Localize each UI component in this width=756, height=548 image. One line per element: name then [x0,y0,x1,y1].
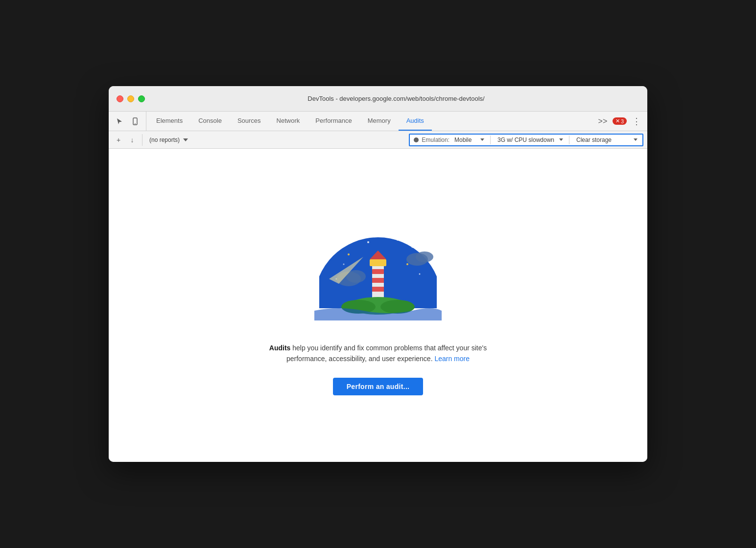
svg-point-10 [343,263,345,265]
svg-rect-23 [372,278,384,283]
close-button[interactable] [117,95,123,102]
svg-point-6 [367,241,369,243]
learn-more-link[interactable]: Learn more [434,355,470,363]
content-area: Audits help you identify and fix common … [109,149,647,462]
throttling-select[interactable]: 3G w/ CPU slowdown No throttling Applied… [496,136,564,144]
toolbar-row: + ↓ (no reports) Emulation: Mobile Deskt… [109,131,647,149]
add-report-btn[interactable]: + [113,134,124,146]
svg-rect-22 [372,269,384,274]
nav-right: >> ✕ 3 ⋮ [592,112,643,131]
svg-point-4 [338,244,340,246]
svg-point-7 [397,239,399,241]
maximize-button[interactable] [138,95,145,102]
svg-point-9 [421,236,423,238]
svg-point-19 [416,251,433,262]
cursor-icon-btn[interactable] [113,114,126,128]
error-badge[interactable]: ✕ 3 [613,117,627,125]
reports-select[interactable]: (no reports) [146,136,190,144]
mobile-icon-btn[interactable] [128,114,142,128]
svg-rect-25 [370,259,386,266]
minimize-button[interactable] [127,95,134,102]
tab-memory[interactable]: Memory [360,112,399,131]
tab-console[interactable]: Console [190,112,230,131]
title-bar: DevTools - developers.google.com/web/too… [109,86,647,112]
svg-point-15 [348,253,350,255]
perform-audit-button[interactable]: Perform an audit... [333,378,424,395]
toolbar-left: + ↓ [113,134,142,146]
tab-performance[interactable]: Performance [307,112,359,131]
tab-elements[interactable]: Elements [148,112,190,131]
divider-1 [490,136,491,144]
svg-rect-1 [135,123,136,124]
devtools-menu-btn[interactable]: ⋮ [630,114,643,128]
traffic-lights [117,95,145,102]
svg-point-5 [353,236,354,238]
tab-sources[interactable]: Sources [230,112,269,131]
emulation-toolbar: Emulation: Mobile Desktop 3G w/ CPU slow… [409,134,643,146]
devtools-nav: Elements Console Sources Network Perform… [109,112,647,131]
divider-2 [569,136,569,144]
nav-tabs: Elements Console Sources Network Perform… [148,112,592,131]
svg-point-8 [412,246,413,248]
record-icon [414,137,419,142]
tab-network[interactable]: Network [269,112,308,131]
clear-storage-select[interactable]: Clear storage Do not clear storage [574,136,638,144]
more-tabs-btn[interactable]: >> [596,114,610,128]
tab-audits[interactable]: Audits [399,112,432,131]
svg-point-14 [406,263,408,265]
description-text: Audits help you identify and fix common … [260,342,496,365]
devtools-window: DevTools - developers.google.com/web/too… [109,86,647,462]
download-report-btn[interactable]: ↓ [126,134,138,146]
emulation-select[interactable]: Mobile Desktop [452,136,485,144]
window-title: DevTools - developers.google.com/web/too… [153,95,639,102]
lighthouse-illustration [300,215,456,323]
emulation-label: Emulation: [422,137,449,143]
svg-point-13 [419,273,421,274]
nav-icons [113,112,146,131]
svg-rect-24 [372,287,384,292]
